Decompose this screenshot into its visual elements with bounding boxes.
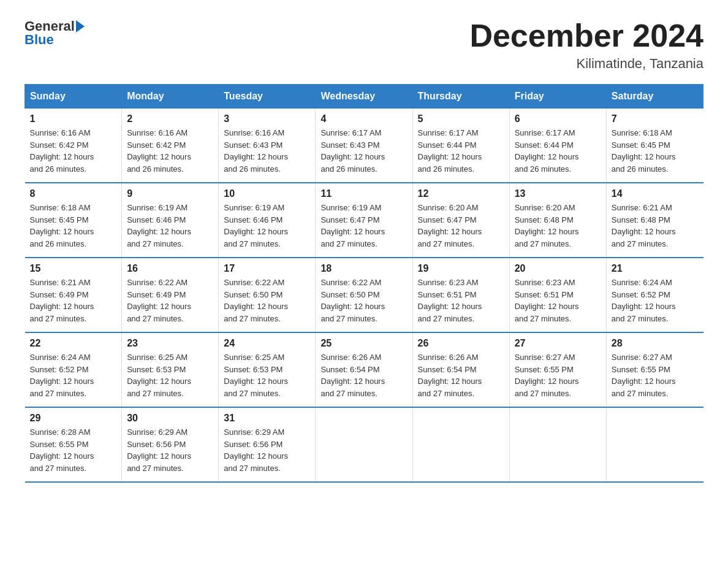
table-row: 11 Sunrise: 6:19 AM Sunset: 6:47 PM Dayl…: [316, 183, 412, 258]
day-info: Sunrise: 6:23 AM Sunset: 6:51 PM Dayligh…: [418, 277, 504, 324]
day-info: Sunrise: 6:21 AM Sunset: 6:48 PM Dayligh…: [612, 202, 699, 250]
day-number: 28: [612, 338, 699, 349]
table-row: 16 Sunrise: 6:22 AM Sunset: 6:49 PM Dayl…: [122, 258, 219, 332]
table-row: 27 Sunrise: 6:27 AM Sunset: 6:55 PM Dayl…: [509, 332, 606, 407]
day-number: 29: [30, 413, 117, 424]
day-info: Sunrise: 6:22 AM Sunset: 6:50 PM Dayligh…: [320, 277, 407, 324]
day-info: Sunrise: 6:18 AM Sunset: 6:45 PM Dayligh…: [30, 202, 117, 250]
table-row: 29 Sunrise: 6:28 AM Sunset: 6:55 PM Dayl…: [25, 407, 122, 482]
day-number: 27: [515, 338, 601, 349]
calendar-week-row: 1 Sunrise: 6:16 AM Sunset: 6:42 PM Dayli…: [25, 109, 703, 183]
day-info: Sunrise: 6:29 AM Sunset: 6:56 PM Dayligh…: [127, 426, 213, 474]
logo: General Blue: [25, 18, 85, 48]
table-row: 9 Sunrise: 6:19 AM Sunset: 6:46 PM Dayli…: [122, 183, 219, 258]
day-number: 23: [127, 338, 213, 349]
day-info: Sunrise: 6:18 AM Sunset: 6:45 PM Dayligh…: [612, 127, 699, 175]
day-info: Sunrise: 6:26 AM Sunset: 6:54 PM Dayligh…: [320, 351, 407, 399]
table-row: 13 Sunrise: 6:20 AM Sunset: 6:48 PM Dayl…: [509, 183, 606, 258]
day-number: 4: [320, 113, 407, 124]
logo-triangle-icon: [76, 20, 85, 33]
day-number: 5: [418, 113, 504, 124]
day-number: 2: [127, 113, 213, 124]
day-number: 31: [224, 413, 310, 424]
table-row: 14 Sunrise: 6:21 AM Sunset: 6:48 PM Dayl…: [606, 183, 703, 258]
calendar-week-row: 15 Sunrise: 6:21 AM Sunset: 6:49 PM Dayl…: [25, 258, 703, 332]
table-row: 12 Sunrise: 6:20 AM Sunset: 6:47 PM Dayl…: [412, 183, 509, 258]
location-title: Kilimatinde, Tanzania: [469, 56, 703, 72]
table-row: 1 Sunrise: 6:16 AM Sunset: 6:42 PM Dayli…: [25, 109, 122, 183]
day-number: 9: [127, 188, 213, 199]
day-number: 8: [30, 188, 117, 199]
day-info: Sunrise: 6:19 AM Sunset: 6:46 PM Dayligh…: [224, 202, 310, 250]
day-number: 20: [515, 263, 601, 274]
day-number: 14: [612, 188, 699, 199]
table-row: 6 Sunrise: 6:17 AM Sunset: 6:44 PM Dayli…: [509, 109, 606, 183]
col-tuesday: Tuesday: [219, 85, 316, 109]
day-number: 30: [127, 413, 213, 424]
table-row: 23 Sunrise: 6:25 AM Sunset: 6:53 PM Dayl…: [122, 332, 219, 407]
table-row: 10 Sunrise: 6:19 AM Sunset: 6:46 PM Dayl…: [219, 183, 316, 258]
table-row: 26 Sunrise: 6:26 AM Sunset: 6:54 PM Dayl…: [412, 332, 509, 407]
calendar-week-row: 8 Sunrise: 6:18 AM Sunset: 6:45 PM Dayli…: [25, 183, 703, 258]
table-row: 22 Sunrise: 6:24 AM Sunset: 6:52 PM Dayl…: [25, 332, 122, 407]
table-row: 20 Sunrise: 6:23 AM Sunset: 6:51 PM Dayl…: [509, 258, 606, 332]
month-title: December 2024: [469, 18, 703, 53]
day-info: Sunrise: 6:20 AM Sunset: 6:47 PM Dayligh…: [418, 202, 504, 250]
day-number: 22: [30, 338, 117, 349]
col-monday: Monday: [122, 85, 219, 109]
day-info: Sunrise: 6:25 AM Sunset: 6:53 PM Dayligh…: [224, 351, 310, 399]
day-info: Sunrise: 6:22 AM Sunset: 6:49 PM Dayligh…: [127, 277, 213, 324]
day-number: 19: [418, 263, 504, 274]
col-saturday: Saturday: [606, 85, 703, 109]
table-row: 4 Sunrise: 6:17 AM Sunset: 6:43 PM Dayli…: [316, 109, 412, 183]
day-info: Sunrise: 6:29 AM Sunset: 6:56 PM Dayligh…: [224, 426, 310, 474]
day-number: 3: [224, 113, 310, 124]
table-row: [412, 407, 509, 482]
day-info: Sunrise: 6:16 AM Sunset: 6:42 PM Dayligh…: [127, 127, 213, 175]
table-row: 8 Sunrise: 6:18 AM Sunset: 6:45 PM Dayli…: [25, 183, 122, 258]
day-number: 12: [418, 188, 504, 199]
day-info: Sunrise: 6:20 AM Sunset: 6:48 PM Dayligh…: [515, 202, 601, 250]
day-info: Sunrise: 6:17 AM Sunset: 6:44 PM Dayligh…: [418, 127, 504, 175]
day-info: Sunrise: 6:19 AM Sunset: 6:47 PM Dayligh…: [320, 202, 407, 250]
table-row: 24 Sunrise: 6:25 AM Sunset: 6:53 PM Dayl…: [219, 332, 316, 407]
table-row: 31 Sunrise: 6:29 AM Sunset: 6:56 PM Dayl…: [219, 407, 316, 482]
day-info: Sunrise: 6:27 AM Sunset: 6:55 PM Dayligh…: [612, 351, 699, 399]
calendar-header-row: Sunday Monday Tuesday Wednesday Thursday…: [25, 85, 703, 109]
day-info: Sunrise: 6:17 AM Sunset: 6:44 PM Dayligh…: [515, 127, 601, 175]
day-number: 1: [30, 113, 117, 124]
day-info: Sunrise: 6:23 AM Sunset: 6:51 PM Dayligh…: [515, 277, 601, 324]
table-row: 19 Sunrise: 6:23 AM Sunset: 6:51 PM Dayl…: [412, 258, 509, 332]
calendar-week-row: 29 Sunrise: 6:28 AM Sunset: 6:55 PM Dayl…: [25, 407, 703, 482]
calendar-week-row: 22 Sunrise: 6:24 AM Sunset: 6:52 PM Dayl…: [25, 332, 703, 407]
table-row: 17 Sunrise: 6:22 AM Sunset: 6:50 PM Dayl…: [219, 258, 316, 332]
day-number: 25: [320, 338, 407, 349]
day-number: 21: [612, 263, 699, 274]
day-number: 11: [320, 188, 407, 199]
day-info: Sunrise: 6:21 AM Sunset: 6:49 PM Dayligh…: [30, 277, 117, 324]
day-info: Sunrise: 6:28 AM Sunset: 6:55 PM Dayligh…: [30, 426, 117, 474]
day-number: 15: [30, 263, 117, 274]
title-block: December 2024 Kilimatinde, Tanzania: [469, 18, 703, 72]
day-info: Sunrise: 6:27 AM Sunset: 6:55 PM Dayligh…: [515, 351, 601, 399]
day-number: 7: [612, 113, 699, 124]
table-row: [316, 407, 412, 482]
table-row: 18 Sunrise: 6:22 AM Sunset: 6:50 PM Dayl…: [316, 258, 412, 332]
day-info: Sunrise: 6:22 AM Sunset: 6:50 PM Dayligh…: [224, 277, 310, 324]
table-row: 28 Sunrise: 6:27 AM Sunset: 6:55 PM Dayl…: [606, 332, 703, 407]
day-info: Sunrise: 6:16 AM Sunset: 6:42 PM Dayligh…: [30, 127, 117, 175]
day-info: Sunrise: 6:24 AM Sunset: 6:52 PM Dayligh…: [30, 351, 117, 399]
day-info: Sunrise: 6:25 AM Sunset: 6:53 PM Dayligh…: [127, 351, 213, 399]
table-row: [606, 407, 703, 482]
table-row: 30 Sunrise: 6:29 AM Sunset: 6:56 PM Dayl…: [122, 407, 219, 482]
day-number: 26: [418, 338, 504, 349]
logo-text-blue: Blue: [25, 32, 54, 48]
day-number: 10: [224, 188, 310, 199]
day-number: 24: [224, 338, 310, 349]
day-number: 6: [515, 113, 601, 124]
col-wednesday: Wednesday: [316, 85, 412, 109]
table-row: 7 Sunrise: 6:18 AM Sunset: 6:45 PM Dayli…: [606, 109, 703, 183]
table-row: 25 Sunrise: 6:26 AM Sunset: 6:54 PM Dayl…: [316, 332, 412, 407]
table-row: 5 Sunrise: 6:17 AM Sunset: 6:44 PM Dayli…: [412, 109, 509, 183]
table-row: 21 Sunrise: 6:24 AM Sunset: 6:52 PM Dayl…: [606, 258, 703, 332]
